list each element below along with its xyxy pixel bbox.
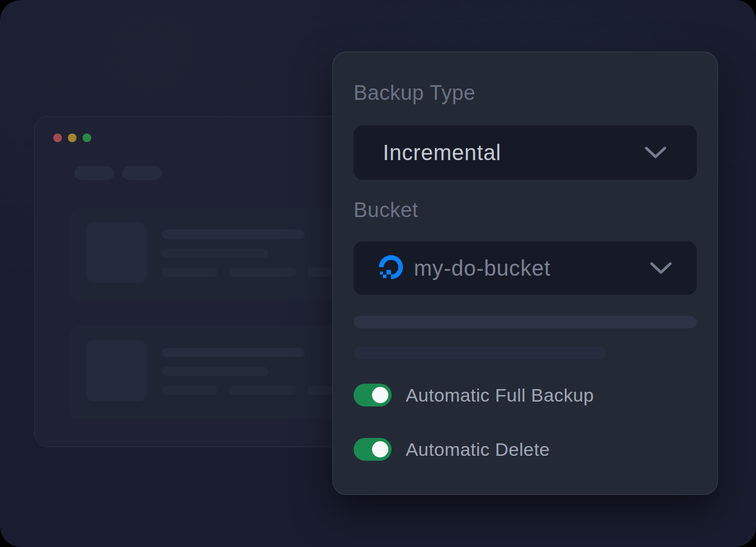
placeholder-text-line	[162, 367, 268, 376]
app-background: Backup Type Incremental Bucket	[0, 0, 756, 547]
toggle-knob	[372, 387, 388, 403]
window-traffic-lights	[53, 133, 91, 142]
placeholder-thumbnail	[86, 340, 147, 401]
screenshot-stage: Backup Type Incremental Bucket	[0, 0, 756, 547]
automatic-full-backup-label: Automatic Full Backup	[406, 385, 594, 406]
placeholder-text-line	[162, 230, 305, 239]
placeholder-text-line	[162, 249, 268, 258]
placeholder-tab	[122, 166, 162, 180]
placeholder-thumbnail	[86, 222, 147, 283]
backup-settings-panel: Backup Type Incremental Bucket	[332, 52, 718, 495]
automatic-full-backup-toggle[interactable]	[354, 384, 392, 406]
digitalocean-icon	[378, 255, 404, 281]
placeholder-text-line	[162, 268, 218, 277]
bucket-select[interactable]: my-do-bucket	[354, 241, 697, 295]
placeholder-text-line	[229, 386, 297, 395]
automatic-full-backup-row: Automatic Full Backup	[354, 384, 697, 406]
toggle-knob	[372, 441, 388, 457]
minimize-window-button[interactable]	[68, 133, 77, 142]
chevron-down-icon	[645, 146, 666, 159]
placeholder-bar	[354, 347, 607, 359]
browser-window-mockup	[34, 116, 353, 447]
placeholder-tab	[74, 166, 114, 180]
bucket-label: Bucket	[354, 198, 697, 222]
automatic-delete-toggle[interactable]	[354, 438, 392, 461]
placeholder-text-line	[229, 268, 297, 277]
placeholder-text-line	[162, 386, 218, 395]
placeholder-text-line	[162, 348, 305, 357]
chevron-down-icon	[650, 262, 672, 275]
backup-type-select[interactable]: Incremental	[354, 125, 697, 180]
backup-type-value: Incremental	[383, 141, 501, 165]
placeholder-bar	[354, 316, 697, 328]
bucket-value: my-do-bucket	[414, 256, 551, 281]
automatic-delete-label: Automatic Delete	[406, 439, 550, 460]
close-window-button[interactable]	[53, 133, 62, 142]
zoom-window-button[interactable]	[83, 133, 91, 142]
placeholder-card	[70, 326, 352, 419]
automatic-delete-row: Automatic Delete	[354, 438, 697, 461]
placeholder-card	[70, 208, 352, 301]
backup-type-label: Backup Type	[354, 80, 697, 105]
